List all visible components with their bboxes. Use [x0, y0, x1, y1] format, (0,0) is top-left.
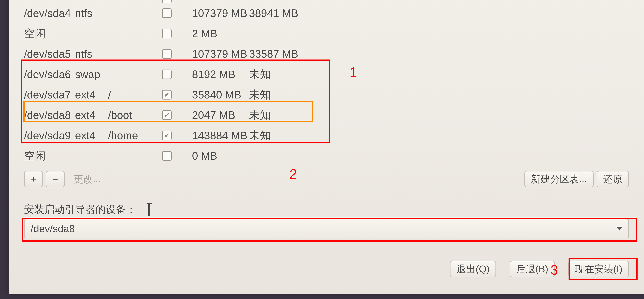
format-checkbox[interactable]	[162, 151, 172, 161]
cell-type: ext4	[75, 89, 108, 101]
table-row[interactable]: /dev/sda7 ext4 / 35840 MB 未知	[24, 84, 629, 105]
remove-partition-button[interactable]: −	[46, 171, 64, 187]
cell-size: 1 MB	[192, 0, 249, 0]
footer-buttons: 退出(Q) 后退(B) 现在安装(I)	[450, 261, 629, 277]
cell-used: 未知	[249, 87, 306, 102]
bootloader-device-select[interactable]: /dev/sda8	[24, 219, 629, 238]
add-partition-button[interactable]: +	[24, 171, 43, 187]
partition-toolbar: + − 更改... 新建分区表... 还原	[24, 171, 629, 187]
cell-device: /dev/sda9	[24, 129, 75, 142]
cell-type: ext4	[75, 129, 108, 142]
format-checkbox[interactable]	[162, 49, 172, 59]
cell-format[interactable]	[162, 131, 192, 140]
cell-device: 空闲	[24, 26, 75, 41]
cell-size: 143884 MB	[192, 129, 249, 142]
bootloader-label-text: 安装启动引导器的设备：	[24, 204, 136, 215]
cell-device: /dev/sda8	[24, 109, 75, 121]
table-row[interactable]: /dev/sda6 swap 8192 MB 未知	[24, 64, 629, 84]
cell-format[interactable]	[162, 90, 192, 99]
new-partition-table-button[interactable]: 新建分区表...	[524, 171, 594, 187]
cell-used: 未知	[249, 128, 306, 143]
cell-type: swap	[75, 68, 108, 80]
format-checkbox[interactable]	[162, 69, 172, 79]
cell-format[interactable]	[162, 0, 192, 3]
cell-device: /dev/sda5	[24, 48, 75, 60]
table-row[interactable]: /dev/sda8 ext4 /boot 2047 MB 未知	[24, 105, 629, 125]
cell-size: 35840 MB	[192, 89, 249, 101]
cell-format[interactable]	[162, 29, 192, 38]
cell-size: 107379 MB	[192, 7, 249, 19]
cell-format[interactable]	[162, 110, 192, 120]
cell-format[interactable]	[162, 49, 192, 59]
cell-format[interactable]	[162, 8, 192, 18]
quit-button[interactable]: 退出(Q)	[450, 261, 496, 277]
table-row[interactable]: 空闲 0 MB	[24, 146, 629, 166]
cell-format[interactable]	[162, 151, 192, 161]
table-row[interactable]: /dev/sda5 ntfs 107379 MB 33587 MB	[24, 44, 629, 64]
install-button[interactable]: 现在安装(I)	[568, 261, 629, 277]
table-row[interactable]: 1 MB	[24, 0, 629, 3]
table-row[interactable]: /dev/sda4 ntfs 107379 MB 38941 MB	[24, 3, 629, 23]
cell-device: /dev/sda6	[24, 68, 75, 80]
format-checkbox[interactable]	[162, 29, 172, 38]
cell-used: 38941 MB	[249, 7, 306, 19]
cell-device: /dev/sda4	[24, 7, 75, 19]
format-checkbox[interactable]	[162, 0, 172, 3]
format-checkbox[interactable]	[162, 90, 172, 99]
cell-size: 107379 MB	[192, 48, 249, 60]
cell-size: 2 MB	[192, 27, 249, 40]
back-button[interactable]: 后退(B)	[510, 261, 555, 277]
bootloader-device-value: /dev/sda8	[30, 223, 75, 234]
cell-device: /dev/sda7	[24, 89, 75, 101]
cell-size: 8192 MB	[192, 68, 249, 80]
table-row[interactable]: 空闲 2 MB	[24, 23, 629, 44]
cell-format[interactable]	[162, 69, 192, 79]
format-checkbox[interactable]	[162, 131, 172, 140]
cell-device: 空闲	[24, 149, 75, 163]
installer-window: 1 MB /dev/sda4 ntfs 107379 MB 38941 MB 空…	[9, 0, 644, 294]
revert-button[interactable]: 还原	[596, 171, 629, 187]
partition-table: 1 MB /dev/sda4 ntfs 107379 MB 38941 MB 空…	[24, 0, 629, 166]
cell-used: 33587 MB	[249, 48, 306, 60]
table-row[interactable]: /dev/sda9 ext4 /home 143884 MB 未知	[24, 125, 629, 146]
change-partition-button[interactable]: 更改...	[68, 171, 107, 187]
cell-type: ext4	[75, 109, 108, 121]
cell-type: ntfs	[75, 7, 108, 19]
cell-size: 0 MB	[192, 150, 249, 162]
cell-mount: /	[108, 89, 162, 101]
cell-used: 未知	[249, 67, 306, 81]
cell-size: 2047 MB	[192, 109, 249, 121]
format-checkbox[interactable]	[162, 8, 172, 18]
chevron-down-icon	[616, 227, 622, 231]
text-cursor-icon	[148, 204, 150, 216]
cell-mount: /boot	[108, 109, 162, 121]
cell-used: 未知	[249, 108, 306, 122]
format-checkbox[interactable]	[162, 110, 172, 120]
cell-type: ntfs	[75, 48, 108, 60]
cell-mount: /home	[108, 129, 162, 142]
bootloader-label: 安装启动引导器的设备：	[24, 201, 150, 216]
